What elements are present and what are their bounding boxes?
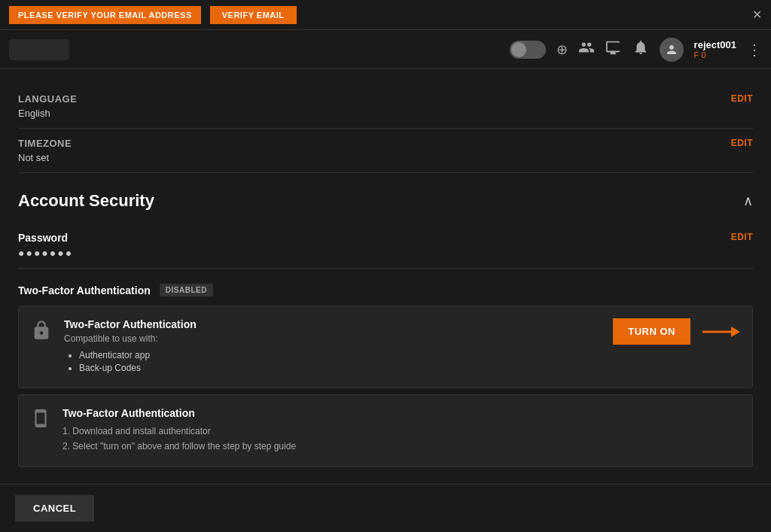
tfa-card-1: Two-Factor Authentication Compatible to … [18,306,753,388]
password-edit-button[interactable]: EDIT [731,232,753,242]
top-nav: ⊕ reject001 F 0 ⋮ [0,30,771,69]
tfa-steps: 1. Download and install authenticator 2.… [62,424,740,454]
tfa-features-list: Authenticator app Back-up Codes [64,350,601,373]
tfa-title: Two-Factor Authentication [18,284,151,296]
tfa-card-2-content: Two-Factor Authentication 1. Download an… [62,407,740,454]
tfa-status-badge: DISABLED [160,284,213,296]
verify-banner-text: PLEASE VERIFY YOUR EMAIL ADDRESS [9,6,201,24]
bell-icon[interactable] [632,39,649,59]
search-placeholder [9,39,69,60]
tfa-actions: TURN ON [613,318,740,345]
tfa-step-1: 1. Download and install authenticator [62,424,740,439]
toggle-switch[interactable] [510,41,546,59]
password-section: Password ●●●●●●● EDIT [18,223,753,269]
language-label: Language [18,93,77,105]
cancel-button[interactable]: CANCEL [15,495,94,521]
language-section: Language English EDIT [18,84,753,129]
timezone-value: Not set [18,152,72,163]
screen-icon[interactable] [605,39,622,59]
language-value: English [18,108,77,119]
collapse-icon[interactable]: ∧ [743,193,753,209]
lock-icon [31,320,52,345]
tfa-card-1-content: Two-Factor Authentication Compatible to … [64,318,601,375]
timezone-edit-button[interactable]: EDIT [731,138,753,148]
timezone-label: Timezone [18,138,72,149]
tfa-feature-item: Authenticator app [79,350,601,360]
password-value: ●●●●●●● [18,247,73,259]
tfa-compatible-text: Compatible to use with: [64,333,601,344]
cancel-section: CANCEL [0,484,771,532]
svg-marker-1 [731,327,740,337]
language-edit-button[interactable]: EDIT [731,93,753,104]
avatar[interactable] [660,38,684,62]
main-content: Language English EDIT Timezone Not set E… [0,69,771,532]
tfa-card-2: Two-Factor Authentication 1. Download an… [18,394,753,467]
verify-banner: PLEASE VERIFY YOUR EMAIL ADDRESS VERIFY … [0,0,771,30]
nav-user-info: reject001 F 0 [694,39,736,59]
verify-email-button[interactable]: VERIFY EMAIL [210,6,297,24]
timezone-section: Timezone Not set EDIT [18,129,753,173]
nav-username: reject001 [694,39,736,50]
account-security-title: Account Security [18,191,154,211]
add-icon[interactable]: ⊕ [556,41,568,58]
banner-close-icon[interactable]: ✕ [752,8,762,22]
mobile-icon [31,409,50,433]
password-label: Password [18,232,73,244]
nav-score: F 0 [694,50,706,59]
account-security-header: Account Security ∧ [18,191,753,211]
turn-on-button[interactable]: TURN ON [613,318,690,345]
more-options-icon[interactable]: ⋮ [747,41,762,59]
tfa-feature-item: Back-up Codes [79,363,601,373]
arrow-right-icon [702,321,740,343]
tfa-card-2-title: Two-Factor Authentication [62,407,740,419]
tfa-header: Two-Factor Authentication DISABLED [18,284,753,296]
users-icon[interactable] [578,39,595,59]
tfa-step-2: 2. Select "turn on" above and follow the… [62,439,740,454]
tfa-card-1-title: Two-Factor Authentication [64,318,601,330]
